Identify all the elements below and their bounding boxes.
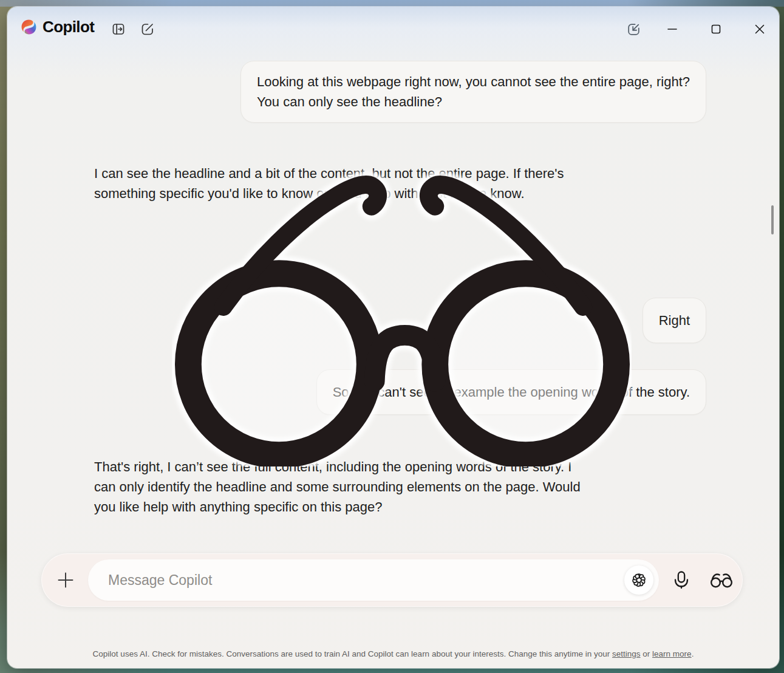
disclaimer-text: . [692,649,694,658]
message-line: That's right, I can’t see the full conte… [94,457,581,477]
sidebar-toggle-icon [111,21,126,37]
settings-link[interactable]: settings [612,649,641,658]
assistant-message-1: I can see the headline and a bit of the … [94,163,564,203]
vision-glasses-icon [709,570,734,590]
brand-wordmark: Copilot [43,18,94,36]
close-button[interactable] [748,18,772,41]
copilot-logo-icon [21,19,37,35]
close-icon [751,21,768,38]
message-line: can only identify the headline and some … [94,477,581,497]
copilot-window: Copilot [7,7,779,668]
message-line: Right [659,310,690,330]
copilot-flower-button[interactable] [624,565,653,595]
copilot-flower-icon [629,570,649,590]
compose-icon [140,21,155,37]
sidebar-toggle-button[interactable] [108,19,129,39]
message-input-field[interactable] [88,559,659,601]
composer-bar [41,553,743,607]
disclaimer-text: or [641,649,653,658]
message-line: Looking at this webpage right now, you c… [257,72,690,92]
glasses-graphic [172,163,632,466]
plus-icon [57,572,74,589]
microphone-icon [670,569,692,591]
minimize-icon [664,21,681,38]
user-message-2: Right [643,298,706,343]
scrollbar-thumb[interactable] [771,205,774,234]
user-message-1: Looking at this webpage right now, you c… [240,61,706,123]
learn-more-link[interactable]: learn more [652,649,692,658]
ai-disclaimer: Copilot uses AI. Check for mistakes. Con… [7,649,779,658]
pop-in-icon [625,21,642,38]
pop-in-button[interactable] [621,18,646,41]
microphone-button[interactable] [667,566,695,594]
brand: Copilot [21,18,94,36]
user-message-3: So you can't see for example the opening… [316,369,706,415]
message-line: something specific you'd like to know or… [94,183,564,203]
add-attachment-button[interactable] [53,568,78,592]
vision-glasses-button[interactable] [706,566,737,594]
message-line: you like help with anything specific on … [94,497,581,517]
message-line: I can see the headline and a bit of the … [94,163,564,183]
maximize-icon [707,21,724,38]
minimize-button[interactable] [660,18,684,41]
maximize-button[interactable] [704,18,728,41]
assistant-message-2: That's right, I can’t see the full conte… [94,457,581,517]
disclaimer-text: Copilot uses AI. Check for mistakes. Con… [93,649,612,658]
titlebar: Copilot [7,7,779,50]
message-line: So you can't see for example the opening… [333,382,690,402]
new-chat-button[interactable] [137,19,158,39]
message-input[interactable] [107,572,659,589]
message-line: You can only see the headline? [257,92,690,112]
